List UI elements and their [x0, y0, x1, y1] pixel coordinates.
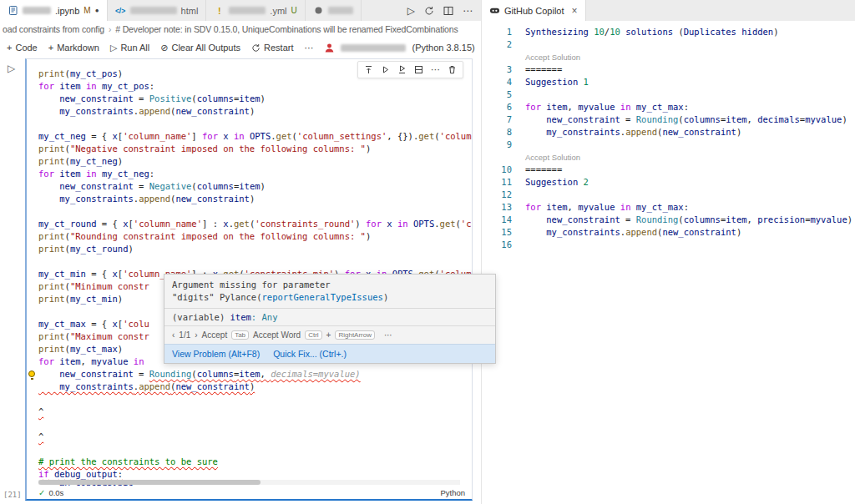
accept-solution-lens[interactable]: Accept Solution [525, 51, 580, 63]
code-line[interactable]: print(my_ct_neg) [38, 155, 472, 168]
code-line[interactable]: 14 new_constraint = Rounding(columns=ite… [488, 214, 855, 226]
code-line[interactable]: print(my_ct_round) [38, 243, 472, 255]
cell-language-picker[interactable]: Python [440, 488, 465, 497]
code-line[interactable]: 16 [488, 239, 855, 251]
kernel-picker[interactable]: (Python 3.8.15) [412, 43, 474, 53]
suggestion-more-icon[interactable]: ⋯ [384, 330, 392, 340]
copilot-suggestions-editor[interactable]: 1Synthesizing 10/10 solutions (Duplicate… [482, 21, 855, 504]
run-all-button[interactable]: ▷ Run All [110, 43, 149, 53]
git-modified-badge: M [83, 6, 90, 15]
code-text: print(my_ct_round) [38, 243, 134, 255]
accept-solution-lens[interactable]: Accept Solution [525, 151, 580, 164]
code-line[interactable] [38, 118, 472, 130]
code-line[interactable]: for item in my_ct_neg: [38, 168, 472, 180]
execute-below-icon[interactable] [397, 65, 407, 74]
pylance-rule-link[interactable]: reportGeneralTypeIssues [261, 292, 382, 302]
clear-all-outputs-button[interactable]: ⊘ Clear All Outputs [160, 43, 240, 53]
tab-notebook-file[interactable]: .ipynb M ● [0, 0, 108, 21]
code-line[interactable]: 1Synthesizing 10/10 solutions (Duplicate… [488, 26, 855, 38]
tab-fourth-file[interactable] [306, 0, 362, 21]
accept-word-button[interactable]: Accept Word [253, 330, 301, 340]
code-line[interactable]: new_constraint = Negative(columns=item) [38, 180, 472, 193]
code-line[interactable]: 15 my_constraints.append(new_constraint) [488, 226, 855, 239]
code-line[interactable]: # print the constraints to be sure [38, 456, 472, 468]
code-text: my_constraints.append(new_constraint) [38, 105, 255, 118]
restart-button[interactable]: Restart [251, 43, 293, 53]
code-line[interactable]: new_constraint = Positive(columns=item) [38, 93, 472, 105]
code-line[interactable]: new_constraint = Rounding(columns=item, … [38, 368, 472, 381]
code-line[interactable]: 9 [488, 139, 855, 151]
more-actions-icon[interactable]: ⋯ [463, 5, 473, 17]
quick-fix-link[interactable]: Quick Fix... (Ctrl+.) [273, 349, 347, 359]
breadcrumb-cell-title[interactable]: oad constraints from config [3, 24, 104, 34]
code-line[interactable]: my_constraints.append(new_constraint) [38, 193, 472, 205]
code-line[interactable]: my_ct_neg = { x['column_name'] for x in … [38, 130, 472, 143]
tab-github-copilot[interactable]: GitHub Copilot × [482, 0, 586, 21]
code-line[interactable]: 8 my_constraints.append(new_constraint) [488, 126, 855, 139]
add-code-cell-button[interactable]: + Code [7, 43, 38, 53]
run-icon[interactable]: ▷ [407, 5, 415, 17]
execute-cell-icon[interactable] [381, 65, 390, 74]
tab-suffix: .ipynb [55, 6, 79, 16]
view-problem-link[interactable]: View Problem (Alt+F8) [172, 349, 260, 359]
code-line[interactable]: my_ct_round = { x['column_name'] : x.get… [38, 218, 472, 230]
toolbar-more-icon[interactable]: ⋯ [304, 43, 313, 53]
code-line[interactable]: 13for item, myvalue in my_ct_max: [488, 201, 855, 214]
code-line[interactable]: 2 [488, 38, 855, 51]
delete-cell-icon[interactable] [448, 65, 457, 74]
tab-suffix: .yml [270, 6, 286, 16]
run-all-icon: ▷ [110, 43, 117, 53]
code-line[interactable] [38, 418, 472, 431]
tab-html-file[interactable]: </> html [108, 0, 207, 21]
execute-above-icon[interactable] [364, 65, 373, 74]
close-icon[interactable]: × [572, 5, 578, 17]
next-suggestion-icon[interactable]: › [195, 330, 197, 340]
code-text: ^ [38, 431, 43, 443]
line-number [488, 51, 512, 63]
redacted-filename [328, 7, 353, 14]
add-markdown-cell-button[interactable]: + Markdown [48, 43, 99, 53]
code-line[interactable] [38, 393, 472, 406]
code-line[interactable]: 4Suggestion 1 [488, 76, 855, 88]
horizontal-scrollbar[interactable] [38, 480, 460, 485]
code-line[interactable] [38, 443, 472, 456]
hover-actions-bar: View Problem (Alt+F8) Quick Fix... (Ctrl… [164, 344, 495, 363]
code-line[interactable] [38, 255, 472, 268]
code-line[interactable]: 7 new_constraint = Rounding(columns=item… [488, 113, 855, 126]
code-line[interactable]: print("Rounding constraint imposed on th… [38, 230, 472, 243]
code-line[interactable] [38, 205, 472, 218]
code-text: print(my_ct_min) [38, 293, 123, 305]
split-cell-icon[interactable] [414, 65, 423, 74]
code-line[interactable]: my_constraints.append(new_constraint) [38, 105, 472, 118]
tab-yml-file[interactable]: ! .yml U [206, 0, 305, 21]
previous-suggestion-icon[interactable]: ‹ [172, 330, 175, 340]
code-line[interactable]: 3======= [488, 63, 855, 76]
breadcrumb[interactable]: oad constraints from config › # Develope… [0, 21, 481, 38]
code-text: print("Negative constraint imposed on th… [38, 143, 371, 155]
cell-more-actions-icon[interactable]: ⋯ [431, 64, 440, 75]
line-number: 5 [488, 88, 512, 101]
code-line[interactable]: ^ [38, 431, 472, 443]
split-editor-icon[interactable] [443, 6, 453, 16]
code-line[interactable]: 11Suggestion 2 [488, 176, 855, 189]
code-lens-row[interactable]: Accept Solution [488, 151, 855, 164]
user-error-icon[interactable] [324, 43, 335, 53]
code-line[interactable]: my_constraints.append(new_constraint) [38, 381, 472, 393]
code-line[interactable]: 6for item, myvalue in my_ct_max: [488, 101, 855, 113]
code-line[interactable]: 10======= [488, 164, 855, 176]
accept-suggestion-button[interactable]: Accept [202, 330, 228, 340]
code-line[interactable]: 12 [488, 189, 855, 201]
code-line[interactable]: for item in my_ct_pos: [38, 80, 472, 93]
scrollbar-thumb[interactable] [38, 480, 261, 485]
run-cell-button[interactable]: ▷ [8, 63, 15, 74]
sync-icon[interactable] [424, 6, 434, 16]
code-lens-row[interactable]: Accept Solution [488, 51, 855, 63]
code-line[interactable]: ^ [38, 406, 472, 418]
code-text: my_ct_max = { x['colu [38, 318, 149, 330]
breadcrumb-cell-note[interactable]: # Developer note: in SDV 0.15.0, UniqueC… [115, 24, 458, 34]
code-line[interactable]: 5 [488, 88, 855, 101]
code-line[interactable]: print("Negative constraint imposed on th… [38, 143, 472, 155]
code-text: Suggestion 1 [525, 76, 589, 88]
code-line[interactable]: if debug_output: [38, 468, 472, 481]
lightbulb-icon[interactable] [28, 370, 35, 377]
